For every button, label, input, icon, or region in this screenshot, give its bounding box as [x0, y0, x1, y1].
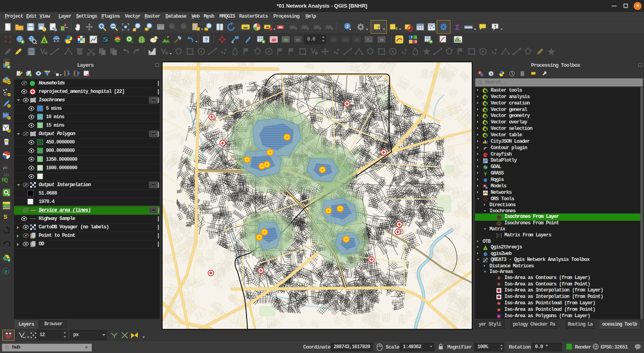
svg-text:Σ: Σ	[455, 23, 460, 32]
svg-text:AD: AD	[272, 38, 276, 43]
svg-text:RO: RO	[296, 38, 300, 43]
svg-text:ADJ: ADJ	[343, 39, 348, 43]
svg-text:MO: MO	[284, 38, 288, 43]
svg-text:ab: ab	[303, 26, 306, 29]
svg-text:T-: T-	[367, 38, 371, 43]
svg-text:T+: T+	[380, 38, 384, 43]
svg-text:1:1: 1:1	[158, 26, 163, 29]
svg-text:abc: abc	[243, 26, 248, 29]
svg-text:ab: ab	[327, 26, 330, 29]
svg-text:ab: ab	[266, 26, 269, 29]
svg-text:2P: 2P	[355, 38, 359, 43]
svg-text:ab: ab	[291, 26, 294, 29]
svg-text:ab: ab	[315, 26, 318, 29]
svg-text:abc: abc	[279, 26, 283, 29]
svg-text:ε: ε	[395, 26, 398, 31]
svg-text:SC: SC	[332, 38, 336, 43]
